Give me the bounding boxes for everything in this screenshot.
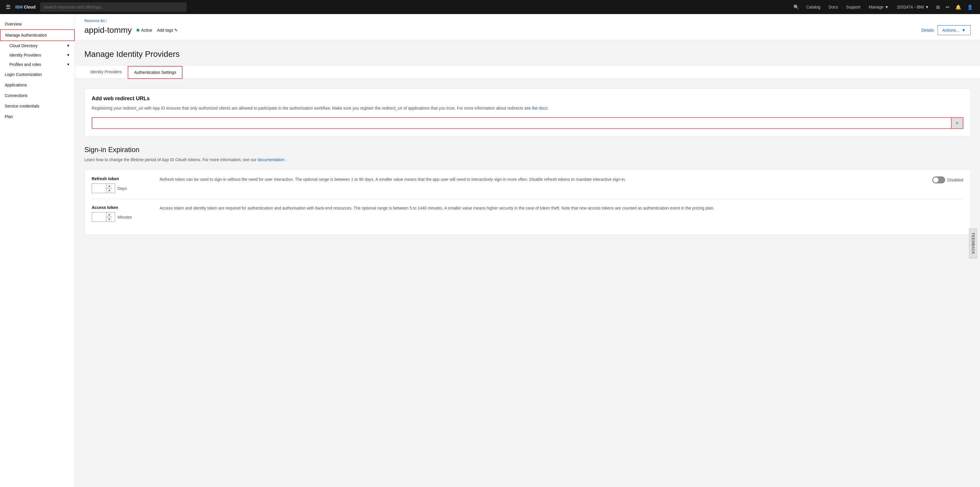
feedback-tab[interactable]: FEEDBACK: [969, 229, 977, 259]
tab-authentication-settings[interactable]: Authentication Settings: [128, 66, 183, 79]
access-token-input[interactable]: 60: [92, 212, 106, 221]
sidebar-item-label: Plan: [5, 114, 13, 119]
status-active-label: Active: [141, 28, 152, 32]
refresh-token-label: Refresh token: [92, 177, 150, 181]
refresh-token-toggle-label: Disabled: [948, 178, 963, 182]
actions-label: Actions...: [942, 28, 959, 32]
status-badge: Active: [137, 28, 152, 32]
see-the-docs-link[interactable]: see the docs.: [524, 106, 549, 110]
tabs-bar: Identity Providers Authentication Settin…: [75, 66, 980, 79]
sidebar-item-label: Login Customization: [5, 72, 42, 77]
access-token-description: Access token and identity token are requ…: [160, 205, 963, 211]
support-nav-link[interactable]: Support: [843, 5, 864, 10]
redirect-urls-section: Add web redirect URLs Registering your r…: [84, 88, 970, 136]
sidebar-item-label: Cloud Directory: [10, 43, 38, 48]
redirect-url-input[interactable]: [92, 117, 951, 129]
top-navigation: ☰ IBM Cloud 🔍 Catalog Docs Support Manag…: [0, 0, 980, 14]
sidebar-item-label: Overview: [5, 22, 22, 26]
edit-icon-button[interactable]: ✏: [943, 2, 952, 12]
chevron-down-icon: ▼: [67, 62, 70, 67]
documentation-link[interactable]: documentation: [258, 158, 285, 162]
signin-expiration-desc: Learn how to change the lifetime period …: [84, 158, 970, 162]
access-token-decrement-button[interactable]: ▼: [106, 217, 112, 221]
sidebar-item-label: Service credentials: [5, 104, 39, 108]
docs-nav-link[interactable]: Docs: [825, 5, 842, 10]
account-chevron-icon: ▼: [925, 5, 929, 10]
add-tags-button[interactable]: Add tags ✎: [157, 28, 178, 32]
sidebar-item-overview[interactable]: Overview: [0, 19, 75, 29]
search-icon: 🔍: [794, 5, 799, 10]
grid-icon: ⊞: [936, 5, 940, 10]
sidebar-item-service-credentials[interactable]: Service credentials: [0, 101, 75, 111]
main-content: Resource list / appid-tommy Active Add t…: [75, 14, 980, 487]
sidebar-item-label: Connections: [5, 93, 27, 98]
breadcrumb-separator: /: [106, 19, 107, 23]
sidebar-item-label: Profiles and roles: [10, 62, 41, 67]
refresh-token-unit: Days: [118, 186, 127, 191]
notifications-icon-button[interactable]: 🔔: [953, 2, 964, 12]
breadcrumb-resource-list-link[interactable]: Resource list: [84, 19, 105, 23]
sidebar-item-plan[interactable]: Plan: [0, 111, 75, 122]
page-title: appid-tommy: [84, 25, 132, 35]
bell-icon: 🔔: [955, 5, 961, 10]
tab-identity-providers[interactable]: Identity Providers: [84, 66, 128, 79]
manage-nav-link[interactable]: Manage ▼: [865, 5, 892, 10]
access-token-increment-button[interactable]: ▲: [106, 212, 112, 217]
refresh-token-input-wrapper: 30 ▲ ▼: [92, 183, 115, 193]
redirect-section-desc: Registering your redirect_uri with App I…: [92, 105, 963, 111]
signin-expiration-title: Sign-in Expiration: [84, 146, 970, 154]
breadcrumb: Resource list /: [84, 19, 970, 23]
add-redirect-url-button[interactable]: +: [951, 117, 963, 129]
search-icon-button[interactable]: 🔍: [791, 2, 802, 12]
refresh-token-increment-button[interactable]: ▲: [106, 184, 112, 188]
sidebar: Overview Manage Authentication Cloud Dir…: [0, 14, 75, 487]
chevron-down-icon: ▼: [67, 44, 70, 48]
content-area: Manage Identity Providers Identity Provi…: [75, 40, 980, 244]
sidebar-item-manage-authentication[interactable]: Manage Authentication: [0, 29, 75, 41]
page-header: Resource list / appid-tommy Active Add t…: [75, 14, 980, 40]
access-token-unit: Minutes: [118, 215, 132, 220]
account-selector[interactable]: 2032474 - IBM ▼: [893, 5, 932, 10]
sidebar-item-applications[interactable]: Applications: [0, 80, 75, 90]
user-icon: 👤: [967, 5, 973, 10]
grid-icon-button[interactable]: ⊞: [934, 2, 942, 12]
refresh-token-decrement-button[interactable]: ▼: [106, 188, 112, 193]
sidebar-item-label: Applications: [5, 83, 27, 88]
hamburger-icon: ☰: [6, 4, 11, 10]
sidebar-item-profiles-and-roles[interactable]: Profiles and roles ▼: [0, 60, 75, 69]
redirect-section-title: Add web redirect URLs: [92, 95, 963, 102]
toggle-thumb: [933, 177, 939, 183]
token-settings-card: Refresh token 30 ▲ ▼ Days: [84, 169, 970, 235]
plus-icon: +: [956, 120, 959, 126]
actions-chevron-icon: ▼: [961, 28, 966, 32]
search-input[interactable]: [40, 2, 186, 12]
sidebar-item-cloud-directory[interactable]: Cloud Directory ▼: [0, 41, 75, 50]
manage-chevron-icon: ▼: [885, 5, 889, 10]
refresh-token-toggle[interactable]: [932, 177, 945, 183]
access-token-input-wrapper: 60 ▲ ▼: [92, 212, 115, 222]
url-input-row: +: [92, 117, 963, 129]
add-tags-label: Add tags: [157, 28, 173, 32]
sidebar-item-login-customization[interactable]: Login Customization: [0, 69, 75, 80]
actions-button[interactable]: Actions... ▼: [937, 25, 970, 35]
details-link[interactable]: Details: [921, 28, 934, 32]
signin-expiration-section: Sign-in Expiration Learn how to change t…: [84, 146, 970, 235]
catalog-nav-link[interactable]: Catalog: [803, 5, 824, 10]
status-active-dot: [137, 29, 139, 32]
hamburger-menu-button[interactable]: ☰: [5, 3, 12, 11]
sidebar-item-identity-providers[interactable]: Identity Providers ▼: [0, 50, 75, 60]
user-icon-button[interactable]: 👤: [965, 2, 975, 12]
refresh-token-description: Refresh token can be used to sign-in wit…: [160, 177, 932, 183]
edit-tags-icon: ✎: [174, 28, 178, 32]
access-token-label: Access token: [92, 205, 150, 210]
refresh-token-input[interactable]: 30: [92, 184, 106, 193]
refresh-token-row: Refresh token 30 ▲ ▼ Days: [92, 177, 963, 199]
ibm-cloud-logo: IBM Cloud: [15, 5, 35, 10]
sidebar-item-label: Manage Authentication: [5, 33, 47, 38]
chevron-down-icon: ▼: [67, 53, 70, 57]
access-token-row: Access token 60 ▲ ▼ Minutes: [92, 199, 963, 228]
edit-icon: ✏: [946, 5, 950, 10]
sidebar-item-label: Identity Providers: [10, 53, 41, 57]
content-page-title: Manage Identity Providers: [84, 49, 970, 59]
sidebar-item-connections[interactable]: Connections: [0, 90, 75, 101]
